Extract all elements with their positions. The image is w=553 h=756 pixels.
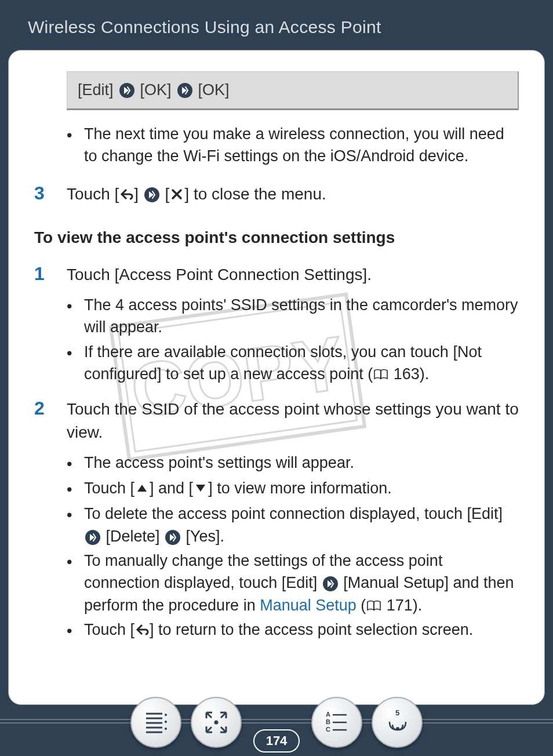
step-number: 1 <box>34 263 67 286</box>
arrow-icon <box>323 576 338 591</box>
manual-setup-link[interactable]: Manual Setup <box>260 597 356 614</box>
expand-button[interactable] <box>191 697 242 748</box>
breadcrumb-ok2: [OK] <box>198 81 230 99</box>
step-text: Touch [] [] to close the menu. <box>67 183 519 205</box>
list-item: • To manually change the settings of the… <box>67 550 519 616</box>
breadcrumb-edit: [Edit] <box>78 81 114 99</box>
arrow-icon <box>144 187 159 202</box>
list-item: • The next time you make a wireless conn… <box>67 123 519 168</box>
page-number: 174 <box>253 729 300 753</box>
arrow-icon <box>177 83 192 98</box>
step-number: 2 <box>34 398 67 443</box>
list-item: • Touch [] and [] to view more informati… <box>67 477 519 500</box>
toc-button[interactable] <box>130 697 181 748</box>
list-item: • The 4 access points' SSID settings in … <box>67 294 519 339</box>
breadcrumb-box: [Edit] [OK] [OK] <box>67 71 519 110</box>
step-text: Touch the SSID of the access point whose… <box>67 398 519 443</box>
breadcrumb-ok1: [OK] <box>140 81 172 99</box>
list-item: • The access point's settings will appea… <box>67 452 519 475</box>
page-card: COPY [Edit] [OK] [OK] • The next time yo… <box>8 50 545 705</box>
list-item: • To delete the access point connection … <box>67 503 519 547</box>
step-3: 3 Touch [] [] to close the menu. <box>34 183 519 205</box>
back-icon <box>119 187 134 201</box>
bullet-list: • The access point's settings will appea… <box>67 452 519 642</box>
wifi-button[interactable] <box>372 697 423 748</box>
down-icon <box>193 481 208 495</box>
step-2: 2 Touch the SSID of the access point who… <box>34 398 519 443</box>
index-button[interactable] <box>311 697 362 748</box>
close-icon <box>169 187 184 201</box>
arrow-icon <box>165 530 180 545</box>
bullet-list: • The next time you make a wireless conn… <box>67 123 519 168</box>
book-icon <box>373 368 389 381</box>
up-icon <box>134 481 150 495</box>
step-text: Touch [Access Point Connection Settings]… <box>67 263 519 286</box>
book-icon <box>366 599 382 612</box>
step-1: 1 Touch [Access Point Connection Setting… <box>34 263 519 286</box>
page-title: Wireless Connections Using an Access Poi… <box>0 0 553 37</box>
list-item: • If there are available connection slot… <box>67 341 519 386</box>
step-number: 3 <box>34 183 67 205</box>
arrow-icon <box>119 83 134 98</box>
list-item: • Touch [] to return to the access point… <box>67 619 519 642</box>
bullet-list: • The 4 access points' SSID settings in … <box>67 294 519 385</box>
back-icon <box>134 623 150 637</box>
subheading: To view the access point's connection se… <box>34 228 519 247</box>
arrow-icon <box>85 530 100 545</box>
